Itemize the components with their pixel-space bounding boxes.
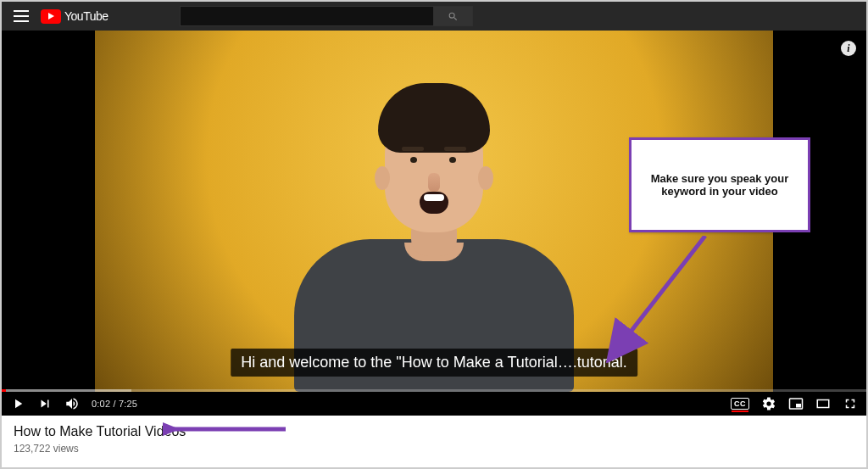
info-icon[interactable]: i xyxy=(841,41,856,56)
miniplayer-icon xyxy=(788,396,804,411)
miniplayer-button[interactable] xyxy=(788,396,804,411)
theater-icon xyxy=(815,396,831,411)
closed-caption-text: Hi and welcome to the "How to Make a Tut… xyxy=(231,349,637,377)
video-views: 123,722 views xyxy=(14,443,854,455)
settings-button[interactable] xyxy=(761,396,776,411)
fullscreen-icon xyxy=(843,396,858,411)
presenter-figure xyxy=(298,87,570,392)
magnifier-icon xyxy=(448,11,459,22)
youtube-logo-text: YouTube xyxy=(64,9,108,23)
hamburger-menu-icon[interactable] xyxy=(14,10,29,22)
search-input[interactable] xyxy=(180,6,434,26)
video-title: How to Make Tutorial Videos xyxy=(14,424,854,439)
youtube-play-icon xyxy=(41,9,61,24)
play-icon xyxy=(10,396,25,411)
video-meta: How to Make Tutorial Videos 123,722 view… xyxy=(2,416,866,460)
search-button[interactable] xyxy=(434,6,473,26)
volume-button[interactable] xyxy=(64,396,80,411)
gear-icon xyxy=(761,396,776,411)
search-bar xyxy=(180,6,473,26)
volume-icon xyxy=(64,396,80,411)
cc-label: CC xyxy=(734,399,746,408)
theater-button[interactable] xyxy=(815,396,831,411)
play-button[interactable] xyxy=(10,396,25,411)
video-player[interactable]: i Hi and welcome to the "How to Make a T… xyxy=(2,31,866,416)
fullscreen-button[interactable] xyxy=(843,396,858,411)
captions-button[interactable]: CC xyxy=(731,398,749,410)
cc-active-indicator xyxy=(732,410,748,412)
annotation-callout: Make sure you speak your keyword in your… xyxy=(629,137,810,232)
next-icon xyxy=(37,396,53,411)
youtube-logo[interactable]: YouTube xyxy=(41,9,108,24)
player-controls: 0:02 / 7:25 CC xyxy=(2,392,866,416)
next-button[interactable] xyxy=(37,396,53,411)
time-display: 0:02 / 7:25 xyxy=(92,399,137,409)
top-header: YouTube xyxy=(2,2,866,31)
annotation-callout-text: Make sure you speak your keyword in your… xyxy=(640,172,799,198)
